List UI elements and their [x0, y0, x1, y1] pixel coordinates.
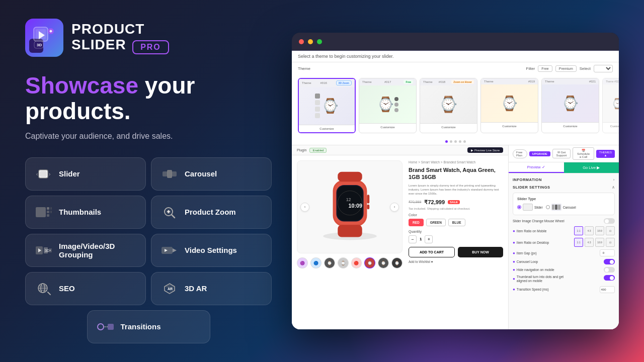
thumb-1[interactable]: 🟣: [297, 257, 308, 268]
customize-5[interactable]: Customize: [542, 122, 599, 130]
theme-card-2[interactable]: Theme#017 Free ⌚ Customize: [359, 78, 417, 133]
premium-filter[interactable]: Premium: [555, 65, 577, 72]
feature-product-zoom[interactable]: Product Zoom: [151, 196, 272, 229]
filter-label: Filter: [526, 66, 535, 71]
color-red[interactable]: RED: [409, 219, 424, 226]
product-images-section: ‹: [297, 160, 403, 324]
color-blue[interactable]: BLUE: [448, 219, 465, 226]
theme-card-5[interactable]: Theme#021 ⌚ Customize: [541, 78, 599, 133]
buy-now-btn[interactable]: BUY NOW: [458, 247, 503, 257]
ratio-desktop-3[interactable]: 16:9: [595, 238, 604, 247]
feature-thumbnails[interactable]: Thumbnails: [25, 196, 146, 229]
ratio-desktop-custom[interactable]: ⊡: [606, 238, 615, 247]
ratio-mobile-options: 1:1 4:3 16:9 ⊡: [574, 226, 615, 235]
ratio-16-9[interactable]: 16:9: [595, 226, 604, 235]
product-details: Home > Smart Watch > Branded Smart Watch…: [409, 160, 503, 324]
ratio-custom[interactable]: ⊡: [606, 226, 615, 235]
item-ratio-mobile-row: ● Item Ratio on Mobile 1:1 4:3 16:9 ⊡: [513, 226, 615, 235]
feature-transitions[interactable]: Transitions: [87, 310, 210, 343]
feature-slider[interactable]: ‹ › Slider: [25, 157, 146, 191]
logo-title: PRODUCT SLIDER PRO: [71, 22, 169, 54]
thumb-3[interactable]: ⌚: [324, 257, 335, 268]
feature-image-video[interactable]: 3D Image/Video/3DGrouping: [25, 234, 146, 267]
theme-select[interactable]: [594, 65, 613, 72]
thumb-4[interactable]: ⌚: [338, 257, 349, 268]
thumb-dots-row: ● Thumbnail turn into dots and get align…: [513, 275, 615, 284]
browser-mockup: Select a theme to begin customizing your…: [292, 33, 619, 329]
slider-option[interactable]: Slider: [517, 204, 543, 211]
customize-3[interactable]: Customize: [420, 123, 477, 131]
dot-yellow[interactable]: [308, 39, 313, 44]
thumb-dots-toggle[interactable]: [604, 275, 615, 281]
prev-image-btn[interactable]: ‹: [300, 203, 309, 212]
themes-btn[interactable]: THEMES ▲: [596, 150, 615, 158]
wishlist-link[interactable]: Add to Wishlist ♥: [409, 260, 503, 263]
item-gap-input[interactable]: [600, 249, 615, 256]
color-green[interactable]: GREEN: [426, 219, 446, 226]
ar-label: 3D AR: [185, 284, 207, 293]
feature-seo[interactable]: SEO: [25, 272, 146, 305]
ratio-desktop-1[interactable]: 1:1: [574, 238, 583, 247]
ratio-desktop-2[interactable]: 4:3: [585, 238, 594, 247]
transition-speed-input[interactable]: [600, 286, 615, 293]
nav-dot-3: [454, 140, 457, 143]
theme-card-1[interactable]: Theme#016 3D Zoom ⌚ Customize: [298, 78, 356, 133]
feature-carousel[interactable]: Carousel: [151, 157, 272, 191]
item-gap-row: ● Item Gap (px): [513, 249, 615, 256]
thumb-6[interactable]: ⌚: [364, 257, 375, 268]
mouse-wheel-toggle[interactable]: [604, 218, 615, 224]
customize-1[interactable]: Customize: [299, 125, 355, 132]
theme-card-4[interactable]: Theme#019 ⌚ Customize: [480, 78, 538, 133]
carousel-loop-toggle[interactable]: [604, 259, 615, 264]
transition-speed-row: ● Transition Speed (ms): [513, 286, 615, 293]
theme-card-6[interactable]: Theme #022 ⌚ Customize: [602, 78, 619, 133]
dot-red[interactable]: [299, 39, 304, 44]
color-section: Color RED GREEN BLUE: [409, 213, 503, 226]
sale-badge: SALE: [448, 200, 460, 204]
golive-tab[interactable]: Go Live ▶: [564, 162, 619, 173]
svg-text:3D: 3D: [37, 43, 42, 47]
next-image-btn[interactable]: ›: [390, 203, 399, 212]
hide-nav-toggle[interactable]: [604, 267, 615, 273]
customize-4[interactable]: Customize: [481, 122, 538, 130]
upgrade-btn[interactable]: UPGRADE: [529, 151, 550, 156]
customize-2[interactable]: Customize: [359, 123, 416, 131]
thumb-8[interactable]: ⌚: [391, 257, 403, 268]
preview-tab[interactable]: Preview ✓: [509, 162, 564, 173]
pro-badge: PRO: [132, 40, 169, 54]
ratio-4-3[interactable]: 4:3: [585, 226, 594, 235]
schedule-btn[interactable]: 📅 Schedule a Call: [573, 147, 594, 160]
preview-live-btn[interactable]: ▶ Preview Live Store: [467, 147, 503, 153]
item-ratio-desktop-row: ● Item Ratio on Desktop 1:1 4:3 16:9 ⊡: [513, 238, 615, 247]
feature-3d-ar[interactable]: AR 3D AR: [151, 272, 272, 305]
settings-top-bar: Free Plan UPGRADE ✉ Get Support 📅 Schedu…: [509, 145, 619, 162]
svg-text:AR: AR: [168, 287, 173, 291]
carousel-type-icon: [551, 204, 561, 211]
seo-icon: [35, 280, 53, 298]
dot-green[interactable]: [317, 39, 322, 44]
product-layout: ‹: [292, 155, 508, 329]
svg-line-38: [48, 292, 50, 295]
customize-6[interactable]: Customize: [603, 122, 619, 130]
thumb-7[interactable]: ⌚: [378, 257, 389, 268]
free-filter[interactable]: Free: [538, 65, 552, 72]
thumb-2[interactable]: 🔵: [310, 257, 321, 268]
carousel-loop-label: ● Carousel Loop: [513, 259, 538, 264]
theme-card-3[interactable]: Theme#018 Zoom on Hover ⌚ Customize: [420, 78, 477, 133]
thumb-5[interactable]: 🔴: [351, 257, 362, 268]
qty-decrease[interactable]: −: [409, 235, 417, 243]
color-options: RED GREEN BLUE: [409, 219, 503, 226]
carousel-option[interactable]: Carousel: [546, 204, 576, 211]
transitions-label: Transitions: [121, 322, 161, 331]
carousel-label: Carousel: [185, 169, 217, 178]
ratio-1-1[interactable]: 1:1: [574, 226, 583, 235]
support-btn[interactable]: ✉ Get Support: [552, 149, 571, 158]
feature-video-settings[interactable]: Video Settings: [151, 234, 272, 267]
svg-rect-16: [47, 214, 49, 217]
qty-increase[interactable]: +: [425, 235, 433, 243]
main-watch-image: 12 10:09: [309, 167, 390, 247]
add-to-cart-btn[interactable]: ADD TO CART: [409, 247, 455, 257]
video-icon: [160, 241, 179, 259]
svg-rect-45: [108, 324, 114, 330]
action-buttons: ADD TO CART BUY NOW: [409, 247, 503, 257]
